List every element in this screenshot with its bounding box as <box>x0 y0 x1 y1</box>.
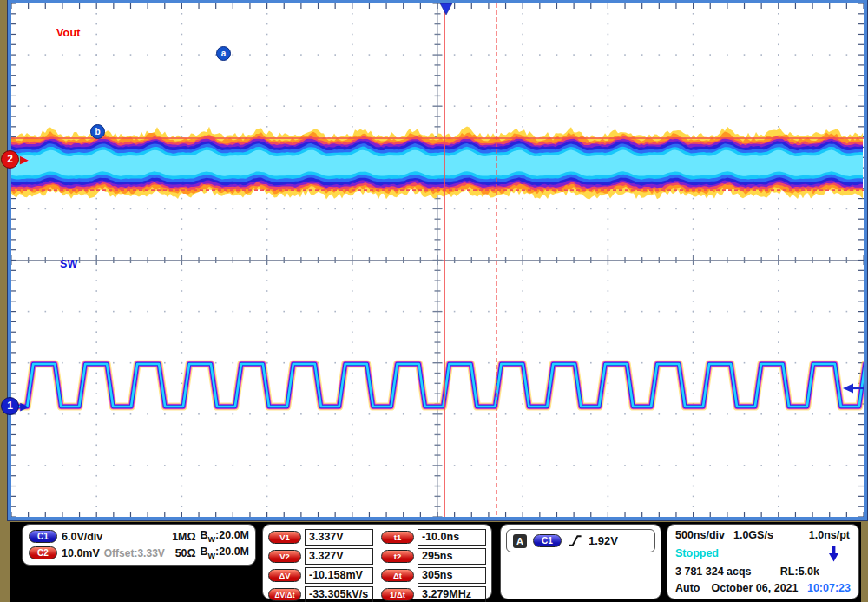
sw-trace-label: SW <box>60 258 78 270</box>
vout-ripple-band <box>11 127 863 200</box>
acquisition-status: Stopped <box>675 547 719 559</box>
cursor-readout-panel[interactable]: V1 3.337V t1 -10.0ns V2 3.327V t2 295ns … <box>262 524 492 599</box>
freq-value: 3.279MHz <box>418 586 486 602</box>
t1-value: -10.0ns <box>418 529 486 546</box>
ch1-marker-arrow-icon: ▶ <box>20 400 29 412</box>
v2-value: 3.327V <box>305 548 373 565</box>
timebase: 500ns/div <box>675 529 725 541</box>
acquisition-status-row: Stopped <box>675 546 851 562</box>
trigger-a-badge: A <box>513 534 527 548</box>
t2-badge[interactable]: t2 <box>381 550 414 563</box>
waveform-display: Vout SW a b <box>11 3 864 517</box>
v1-value: 3.337V <box>305 529 373 546</box>
ch2-marker-arrow-icon: ▶ <box>20 154 29 165</box>
dt-badge[interactable]: Δt <box>381 569 414 582</box>
freq-badge[interactable]: 1/Δt <box>381 588 414 601</box>
t1-badge[interactable]: t1 <box>381 531 414 544</box>
trigger-position-icon <box>440 3 452 15</box>
center-crosshair <box>11 3 864 517</box>
freq-readout: 1/Δt 3.279MHz <box>381 586 486 602</box>
dvdt-readout: ΔV/Δt -33.305kV/s <box>268 586 373 602</box>
cursor-a-handle[interactable]: a <box>216 46 231 61</box>
channel-settings-panel[interactable]: C1 6.0V/div 1MΩ BW:20.0M C2 10.0mV Offse… <box>22 524 256 566</box>
ch1-settings-row: C1 6.0V/div 1MΩ BW:20.0M <box>29 529 249 544</box>
record-length: RL:5.0k <box>780 566 819 578</box>
ch1-scale: 6.0V/div <box>62 531 102 543</box>
waveform-plot <box>11 3 864 517</box>
dv-value: -10.158mV <box>305 567 373 584</box>
mode-date-row: Auto October 06, 2021 10:07:23 <box>675 582 851 594</box>
t2-value: 295ns <box>418 548 486 565</box>
oscilloscope-ui: Vout SW a b 2 ▶ 1 ▶ C1 6.0V/div 1MΩ BW:2… <box>0 0 868 602</box>
resolution: 1.0ns/pt <box>809 529 850 541</box>
ch2-settings-row: C2 10.0mV Offset:3.33V 50Ω BW:20.0M <box>29 546 249 560</box>
ch2-offset: Offset:3.33V <box>104 547 165 559</box>
screen-frame: Vout SW a b <box>8 0 867 520</box>
ch1-badge[interactable]: C1 <box>29 530 57 543</box>
horizontal-panel[interactable]: 500ns/div 1.0GS/s 1.0ns/pt Stopped 3 781… <box>667 524 859 599</box>
dt-readout: Δt 305ns <box>381 567 486 584</box>
dt-value: 305ns <box>418 567 486 584</box>
t2-readout: t2 295ns <box>381 548 486 565</box>
ch1-position-marker[interactable]: 1 ▶ <box>1 397 29 415</box>
dvdt-badge[interactable]: ΔV/Δt <box>268 588 301 601</box>
date: October 06, 2021 <box>711 582 798 594</box>
ch1-impedance: 1MΩ <box>172 531 195 543</box>
ch1-bandwidth: BW:20.0M <box>201 529 249 544</box>
horizontal-settings-row: 500ns/div 1.0GS/s 1.0ns/pt <box>675 529 851 541</box>
trigger-panel[interactable]: A C1 1.92V <box>500 524 661 599</box>
trigger-level: 1.92V <box>589 534 618 547</box>
trigger-settings-box[interactable]: A C1 1.92V <box>506 529 655 552</box>
dv-badge[interactable]: ΔV <box>268 569 301 582</box>
ch2-impedance: 50Ω <box>175 547 196 559</box>
down-arrow-icon[interactable] <box>829 546 838 562</box>
ch2-bandwidth: BW:20.0M <box>201 546 249 560</box>
sample-rate: 1.0GS/s <box>733 529 773 541</box>
rising-edge-icon <box>568 533 582 548</box>
clock: 10:07:23 <box>807 582 851 594</box>
t1-readout: t1 -10.0ns <box>381 529 486 546</box>
v1-badge[interactable]: V1 <box>268 531 301 544</box>
ch1-marker-badge: 1 <box>1 397 19 415</box>
ch2-badge[interactable]: C2 <box>29 546 57 559</box>
acquisition-count: 3 781 324 acqs <box>675 566 752 578</box>
trigger-mode: Auto <box>675 582 700 594</box>
acquisition-count-row: 3 781 324 acqs RL:5.0k <box>675 566 851 578</box>
readout-strip: C1 6.0V/div 1MΩ BW:20.0M C2 10.0mV Offse… <box>10 522 861 602</box>
vout-trace-label: Vout <box>56 27 81 39</box>
ch2-position-marker[interactable]: 2 ▶ <box>1 150 29 169</box>
v1-readout: V1 3.337V <box>268 529 373 546</box>
trigger-source-badge: C1 <box>533 534 562 547</box>
dv-readout: ΔV -10.158mV <box>268 567 373 584</box>
v2-readout: V2 3.327V <box>268 548 373 565</box>
ch2-scale: 10.0mV <box>62 547 100 559</box>
cursor-b-handle[interactable]: b <box>90 124 105 139</box>
ch2-marker-badge: 2 <box>1 150 19 169</box>
dvdt-value: -33.305kV/s <box>305 586 373 602</box>
v2-badge[interactable]: V2 <box>268 550 301 563</box>
